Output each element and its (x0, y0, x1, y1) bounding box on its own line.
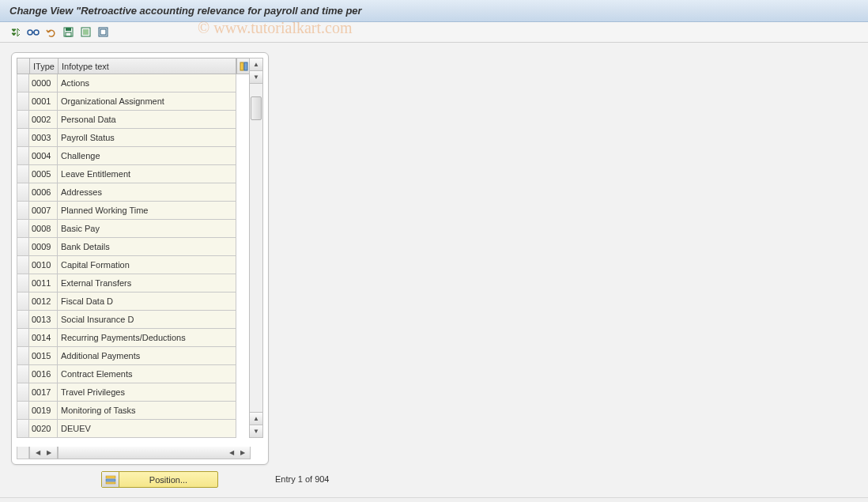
row-marker[interactable] (17, 365, 29, 383)
cell-itype[interactable]: 0013 (29, 311, 58, 329)
hscroll-seg-2[interactable]: ◀ ▶ (58, 447, 251, 459)
row-marker[interactable] (17, 274, 29, 293)
cell-itype[interactable]: 0019 (29, 402, 58, 420)
cell-infotype-text[interactable]: Actions (58, 74, 236, 92)
scroll-down-button-2[interactable]: ▼ (250, 425, 262, 437)
cell-itype[interactable]: 0008 (29, 220, 58, 238)
table-row[interactable]: 0017Travel Privileges (17, 383, 263, 402)
cell-infotype-text[interactable]: Basic Pay (58, 220, 236, 238)
table-row[interactable]: 0009Bank Details (17, 238, 263, 256)
row-marker[interactable] (17, 220, 29, 238)
toolbar-deselect-all[interactable] (95, 25, 111, 40)
cell-infotype-text[interactable]: Social Insurance D (58, 311, 236, 329)
hscroll-left-2[interactable]: ◀ (226, 447, 237, 459)
scroll-track[interactable] (250, 84, 262, 412)
cell-infotype-text[interactable]: External Transfers (58, 274, 236, 293)
row-marker[interactable] (17, 165, 29, 183)
row-marker[interactable] (17, 383, 29, 402)
cell-infotype-text[interactable]: Monitoring of Tasks (58, 402, 236, 420)
table-row[interactable]: 0010Capital Formation (17, 256, 263, 274)
cell-infotype-text[interactable]: Bank Details (58, 238, 236, 256)
toolbar-undo[interactable] (43, 25, 58, 40)
cell-infotype-text[interactable]: Recurring Payments/Deductions (58, 329, 236, 347)
table-row[interactable]: 0001Organizational Assignment (17, 92, 263, 111)
table-row[interactable]: 0014Recurring Payments/Deductions (17, 329, 263, 347)
cell-infotype-text[interactable]: Capital Formation (58, 256, 236, 274)
position-button[interactable]: Position... (101, 471, 218, 488)
table-row[interactable]: 0019Monitoring of Tasks (17, 402, 263, 420)
cell-itype[interactable]: 0020 (29, 420, 58, 438)
cell-itype[interactable]: 0010 (29, 256, 58, 274)
cell-infotype-text[interactable]: Addresses (58, 183, 236, 202)
header-infotype-text[interactable]: Infotype text (58, 58, 236, 74)
cell-itype[interactable]: 0007 (29, 202, 58, 220)
cell-infotype-text[interactable]: Challenge (58, 147, 236, 165)
cell-itype[interactable]: 0002 (29, 111, 58, 129)
table-row[interactable]: 0007Planned Working Time (17, 202, 263, 220)
cell-infotype-text[interactable]: DEUEV (58, 420, 236, 438)
scroll-up-button[interactable]: ▲ (250, 59, 262, 71)
cell-itype[interactable]: 0017 (29, 383, 58, 402)
cell-itype[interactable]: 0000 (29, 74, 58, 92)
table-row[interactable]: 0013Social Insurance D (17, 311, 263, 329)
table-row[interactable]: 0003Payroll Status (17, 129, 263, 147)
vertical-scrollbar[interactable]: ▲ ▼ ▲ ▼ (249, 58, 263, 438)
cell-infotype-text[interactable]: Payroll Status (58, 129, 236, 147)
table-row[interactable]: 0011External Transfers (17, 274, 263, 293)
row-marker[interactable] (17, 92, 29, 111)
row-marker[interactable] (17, 256, 29, 274)
row-marker[interactable] (17, 202, 29, 220)
cell-infotype-text[interactable]: Contract Elements (58, 365, 236, 383)
toolbar-select-all[interactable] (77, 25, 93, 40)
cell-infotype-text[interactable]: Organizational Assignment (58, 92, 236, 111)
row-marker[interactable] (17, 129, 29, 147)
table-row[interactable]: 0020DEUEV (17, 420, 263, 438)
scroll-down-button[interactable]: ▲ (250, 412, 262, 425)
row-marker[interactable] (17, 147, 29, 165)
table-row[interactable]: 0000Actions (17, 74, 263, 92)
table-row[interactable]: 0002Personal Data (17, 111, 263, 129)
cell-infotype-text[interactable]: Fiscal Data D (58, 293, 236, 311)
table-row[interactable]: 0005Leave Entitlement (17, 165, 263, 183)
row-marker[interactable] (17, 347, 29, 365)
row-marker[interactable] (17, 238, 29, 256)
horizontal-scrollbar[interactable]: ◀ ▶ ◀ ▶ (17, 447, 251, 459)
cell-itype[interactable]: 0005 (29, 165, 58, 183)
scroll-thumb[interactable] (251, 96, 262, 120)
cell-infotype-text[interactable]: Leave Entitlement (58, 165, 236, 183)
hscroll-seg-1[interactable]: ◀ ▶ (29, 447, 58, 459)
cell-itype[interactable]: 0011 (29, 274, 58, 293)
row-marker[interactable] (17, 293, 29, 311)
row-marker[interactable] (17, 74, 29, 92)
cell-itype[interactable]: 0009 (29, 238, 58, 256)
toolbar-save[interactable] (60, 25, 76, 40)
header-itype[interactable]: IType (29, 58, 58, 74)
row-marker[interactable] (17, 111, 29, 129)
cell-itype[interactable]: 0003 (29, 129, 58, 147)
hscroll-left-1[interactable]: ◀ (32, 447, 43, 459)
table-row[interactable]: 0006Addresses (17, 183, 263, 202)
cell-infotype-text[interactable]: Travel Privileges (58, 383, 236, 402)
table-row[interactable]: 0016Contract Elements (17, 365, 263, 383)
hscroll-right-1[interactable]: ▶ (43, 447, 55, 459)
cell-infotype-text[interactable]: Personal Data (58, 111, 236, 129)
cell-itype[interactable]: 0001 (29, 92, 58, 111)
row-marker[interactable] (17, 402, 29, 420)
cell-itype[interactable]: 0014 (29, 329, 58, 347)
hscroll-right-2[interactable]: ▶ (237, 447, 248, 459)
table-row[interactable]: 0008Basic Pay (17, 220, 263, 238)
scroll-up-button-2[interactable]: ▼ (250, 71, 262, 84)
cell-infotype-text[interactable]: Planned Working Time (58, 202, 236, 220)
cell-infotype-text[interactable]: Additional Payments (58, 347, 236, 365)
row-marker[interactable] (17, 329, 29, 347)
cell-itype[interactable]: 0006 (29, 183, 58, 202)
row-marker[interactable] (17, 420, 29, 438)
cell-itype[interactable]: 0012 (29, 293, 58, 311)
cell-itype[interactable]: 0016 (29, 365, 58, 383)
toolbar-display[interactable] (25, 25, 41, 40)
cell-itype[interactable]: 0004 (29, 147, 58, 165)
table-row[interactable]: 0004Challenge (17, 147, 263, 165)
table-row[interactable]: 0015Additional Payments (17, 347, 263, 365)
cell-itype[interactable]: 0015 (29, 347, 58, 365)
row-marker[interactable] (17, 311, 29, 329)
